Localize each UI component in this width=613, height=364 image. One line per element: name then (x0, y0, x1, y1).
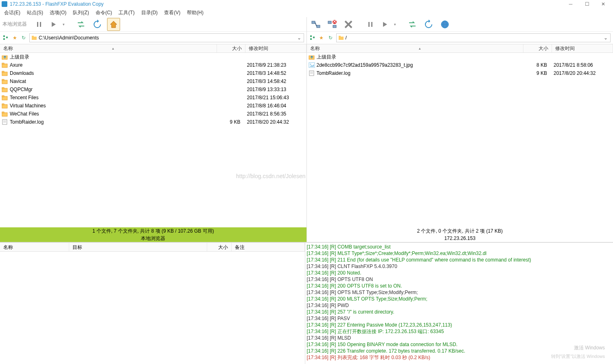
svg-rect-29 (312, 21, 315, 24)
updir-row[interactable]: 上级目录 (0, 53, 306, 61)
pause-button[interactable] (33, 19, 45, 30)
file-name: QQPCMgr (10, 87, 215, 92)
menu-item[interactable]: 队列(Z) (70, 9, 92, 17)
refresh-button[interactable] (91, 18, 104, 31)
menu-item[interactable]: 帮助(H) (184, 9, 207, 17)
log-line: [17:34:16] [R] 200 OPTS UTF8 is set to O… (307, 283, 612, 289)
local-status-label: 本地浏览器 (0, 235, 306, 242)
titlebar: 172.23.26.153 - FlashFXP Evaluation Copy… (0, 0, 613, 8)
dropdown-icon[interactable]: ▾ (63, 22, 65, 26)
svg-rect-16 (2, 79, 4, 81)
col-date[interactable]: 修改时间 (245, 44, 306, 52)
svg-rect-32 (328, 21, 331, 24)
local-file-list[interactable]: 上级目录Axure2017/8/9 21:38:23Downloads2017/… (0, 53, 306, 227)
close-button[interactable]: ✕ (595, 0, 611, 8)
home-button[interactable] (107, 18, 120, 31)
pause-button[interactable] (365, 19, 376, 30)
list-item[interactable]: Tencent Files2017/8/21 15:06:43 (0, 94, 306, 102)
file-date: 2017/8/21 15:06:43 (244, 95, 305, 100)
abort-button[interactable] (342, 18, 355, 31)
menu-item[interactable]: 工具(T) (115, 9, 138, 17)
qcol-size[interactable]: 大小 (207, 243, 232, 251)
disconnect-button[interactable]: ✕ (326, 18, 339, 31)
tree-icon[interactable] (2, 35, 9, 41)
file-date: 2017/8/3 14:48:52 (244, 70, 305, 76)
list-item[interactable]: TombRaider.log9 KB2017/8/20 20:44:32 (307, 69, 613, 77)
file-name: TombRaider.log (10, 119, 215, 125)
updir-label: 上级目录 (10, 54, 215, 61)
file-size: 9 KB (522, 70, 550, 76)
transfer-button[interactable] (74, 18, 88, 31)
col-name[interactable]: 名称▲ (307, 44, 524, 52)
list-item[interactable]: WeChat Files2017/8/21 8:56:35 (0, 110, 306, 118)
minimize-button[interactable]: ─ (563, 0, 579, 8)
svg-rect-46 (310, 38, 312, 40)
play-button[interactable] (48, 19, 59, 30)
list-item[interactable]: Navicat2017/8/3 14:58:42 (0, 77, 306, 85)
maximize-button[interactable]: ☐ (579, 0, 595, 8)
remote-path: / (346, 35, 603, 41)
remote-path-combo[interactable]: / ⌄ (336, 33, 611, 42)
play-button[interactable] (379, 19, 391, 30)
refresh-button[interactable] (422, 18, 435, 31)
menu-item[interactable]: 查看(V) (161, 9, 184, 17)
svg-rect-47 (313, 37, 315, 38)
globe-button[interactable] (438, 18, 451, 31)
remote-file-list[interactable]: 上级目录2de8ccb99c7c9f2ad159a99579a23283_t.j… (307, 53, 613, 227)
svg-marker-41 (429, 20, 430, 23)
menu-item[interactable]: 会话(E) (1, 9, 24, 17)
svg-marker-40 (383, 22, 387, 27)
log-line: [17:34:16] [R] 257 "/" is current direct… (307, 309, 612, 315)
app-icon (2, 1, 7, 7)
local-list-header: 名称▲ 大小 修改时间 (0, 44, 306, 53)
log-line: [17:34:16] [R] MLST Type*;Size*;Create;M… (307, 250, 612, 257)
window-title: 172.23.26.153 - FlashFXP Evaluation Copy (10, 1, 563, 7)
list-item[interactable]: Downloads2017/8/3 14:48:52 (0, 69, 306, 77)
svg-rect-14 (2, 71, 4, 72)
col-size[interactable]: 大小 (523, 44, 552, 52)
local-pane: 本地浏览器 ▾ ★ ↻ C:\Users\Admin\Documents ⌄ 名… (0, 17, 307, 242)
queue-body[interactable] (0, 252, 305, 364)
file-name: TombRaider.log (317, 70, 522, 76)
file-name: Navicat (10, 78, 215, 84)
col-date[interactable]: 修改时间 (552, 44, 613, 52)
dropdown-icon[interactable]: ▾ (394, 22, 396, 26)
qcol-name[interactable]: 名称 (0, 243, 69, 251)
col-name[interactable]: 名称▲ (0, 44, 217, 52)
up-arrow-icon[interactable]: ↻ (20, 35, 27, 41)
qcol-target[interactable]: 目标 (69, 243, 207, 251)
svg-rect-39 (371, 22, 372, 27)
list-item[interactable]: 2de8ccb99c7c9f2ad159a99579a23283_t.jpg8 … (307, 61, 613, 69)
list-item[interactable]: Axure2017/8/9 21:38:23 (0, 61, 306, 69)
dropdown-icon[interactable]: ⌄ (296, 35, 302, 41)
tree-icon[interactable] (309, 35, 316, 41)
connect-button[interactable] (309, 18, 322, 31)
up-arrow-icon[interactable]: ↻ (327, 35, 334, 41)
menu-item[interactable]: 命令(C) (92, 9, 116, 17)
file-name: Downloads (10, 70, 215, 76)
remote-status-label: 172.23.26.153 (307, 235, 613, 242)
svg-rect-5 (3, 35, 5, 37)
qcol-note[interactable]: 备注 (232, 243, 305, 251)
dropdown-icon[interactable]: ⌄ (603, 35, 609, 41)
folder-icon (2, 111, 8, 117)
folder-icon (338, 35, 344, 41)
menu-item[interactable]: 选项(O) (46, 9, 70, 17)
list-item[interactable]: Virtual Machines2017/8/8 16:46:04 (0, 102, 306, 110)
favorite-icon[interactable]: ★ (11, 35, 18, 41)
list-item[interactable]: TombRaider.log9 KB2017/8/20 20:44:32 (0, 118, 306, 126)
local-path-combo[interactable]: C:\Users\Admin\Documents ⌄ (29, 33, 304, 42)
svg-line-31 (315, 22, 317, 26)
menu-item[interactable]: 站点(S) (24, 9, 46, 17)
svg-rect-48 (339, 37, 344, 40)
list-item[interactable]: QQPCMgr2017/8/9 13:33:13 (0, 85, 306, 94)
file-size: 8 KB (522, 62, 550, 68)
updir-row[interactable]: 上级目录 (307, 53, 613, 61)
favorite-icon[interactable]: ★ (318, 35, 325, 41)
menu-item[interactable]: 目录(D) (138, 9, 161, 17)
log-pane[interactable]: [17:34:16] [R] COMB target;source_list[1… (305, 243, 613, 364)
svg-rect-38 (368, 22, 370, 27)
transfer-button[interactable] (406, 18, 419, 31)
file-date: 2017/8/3 14:58:42 (244, 78, 305, 84)
col-size[interactable]: 大小 (217, 44, 245, 52)
